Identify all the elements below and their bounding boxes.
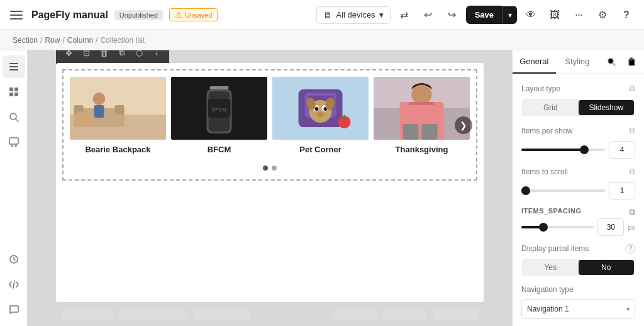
svg-rect-53 <box>630 58 633 60</box>
undo-button[interactable]: ↩ <box>418 5 438 25</box>
desktop-icon: 🖥 <box>323 10 332 20</box>
display-partial-label: Display partial items ? <box>521 244 635 254</box>
carousel-dots <box>70 163 470 173</box>
bottom-placeholder-1 <box>62 310 113 321</box>
svg-point-19 <box>93 93 106 105</box>
items-to-scroll-slider-track[interactable] <box>521 189 605 192</box>
toolbar-component-icon[interactable]: ⊡ <box>79 50 94 60</box>
collection-item: BFCM BFCM <box>171 77 267 157</box>
layout-grid-button[interactable]: Grid <box>523 100 579 115</box>
next-arrow-button[interactable]: ❯ <box>455 116 472 134</box>
items-spacing-field: px <box>521 218 635 236</box>
collection-container: Bearie Backpack <box>62 69 477 181</box>
badge-unpublished[interactable]: Unpublished <box>114 10 163 20</box>
item-title-1: Bearie Backpack <box>70 145 166 157</box>
swap-button[interactable]: ⇄ <box>394 5 414 25</box>
more-button[interactable]: ··· <box>569 5 589 25</box>
navigation-type-select-wrapper: Navigation 1 ▾ <box>521 299 635 319</box>
layout-slideshow-button[interactable]: Slideshow <box>579 100 635 115</box>
dot-1[interactable] <box>263 166 268 171</box>
save-button[interactable]: Save <box>466 6 502 24</box>
items-spacing-label: ITEMS_SPACING ⧉ <box>521 207 635 215</box>
items-to-scroll-label: Items to scroll ⧉ <box>521 166 635 177</box>
navigation-type-select[interactable]: Navigation 1 <box>521 299 635 319</box>
bottom-placeholder-6 <box>433 310 477 321</box>
svg-rect-1 <box>9 66 18 67</box>
sidebar-icon-chat[interactable] <box>3 298 25 321</box>
panel-clipboard-button[interactable] <box>623 53 640 70</box>
svg-rect-18 <box>115 105 125 115</box>
toolbar-move-icon[interactable]: ✥ <box>61 50 76 60</box>
svg-rect-6 <box>14 93 18 96</box>
image-button[interactable]: 🖼 <box>545 5 565 25</box>
left-sidebar <box>0 50 28 326</box>
sidebar-icon-code[interactable] <box>3 273 25 296</box>
toolbar-save-icon[interactable]: ⬡ <box>131 50 147 60</box>
sidebar-icon-blocks[interactable] <box>3 131 25 154</box>
right-panel: General Styling Layout type ⧉ Grid Slide… <box>512 50 644 326</box>
navigation-type-label: Navigation type <box>521 285 635 294</box>
dot-2[interactable] <box>272 166 277 171</box>
svg-rect-11 <box>14 145 17 147</box>
toolbar-back-icon[interactable]: ‹ <box>149 50 164 60</box>
breadcrumb: Section / Row / Column / Collection list <box>0 30 644 50</box>
layout-type-label: Layout type ⧉ <box>521 83 635 94</box>
help-button[interactable]: ? <box>616 5 636 25</box>
display-partial-no-button[interactable]: No <box>579 260 635 275</box>
device-selector[interactable]: 🖥 All devices ▾ <box>316 6 390 24</box>
preview-button[interactable]: 👁 <box>521 5 541 25</box>
items-per-show-field <box>521 141 635 159</box>
product-image-2: BFCM <box>171 77 267 140</box>
svg-point-22 <box>76 111 85 120</box>
element-toolbar: ✥ ⊡ 🗑 ⧉ ⬡ ‹ <box>56 50 169 64</box>
svg-rect-49 <box>422 124 438 140</box>
canvas-content: Bearie Backpack <box>56 63 484 187</box>
items-per-show-slider-track[interactable] <box>521 149 605 151</box>
sidebar-icon-search[interactable] <box>3 106 25 128</box>
save-arrow-button[interactable]: ▾ <box>502 6 517 24</box>
item-title-2: BFCM <box>171 145 267 157</box>
display-partial-yes-button[interactable]: Yes <box>523 260 579 275</box>
topbar-left: PageFly manual Unpublished ⚠ Unsaved <box>8 6 310 24</box>
sidebar-icon-elements[interactable] <box>3 81 25 103</box>
svg-rect-20 <box>94 105 104 118</box>
svg-rect-2 <box>9 69 18 70</box>
breadcrumb-row[interactable]: Row <box>45 36 60 45</box>
svg-line-8 <box>16 119 18 121</box>
panel-tab-actions <box>599 50 644 74</box>
redo-button[interactable]: ↪ <box>442 5 462 25</box>
canvas-frame: Bearie Backpack <box>56 63 484 302</box>
svg-rect-4 <box>14 87 18 91</box>
items-per-show-input[interactable] <box>609 141 635 159</box>
panel-search-button[interactable] <box>602 53 620 70</box>
items-per-show-info-icon: ⧉ <box>629 125 635 136</box>
collection-item: Bearie Backpack <box>70 77 166 157</box>
sidebar-icon-history[interactable] <box>3 248 25 271</box>
item-title-4: Thanksgiving <box>374 145 470 157</box>
svg-rect-48 <box>403 124 419 140</box>
svg-line-51 <box>613 63 616 65</box>
items-to-scroll-input[interactable] <box>609 182 635 200</box>
svg-rect-24 <box>210 86 229 89</box>
badge-unsaved[interactable]: ⚠ Unsaved <box>169 8 218 21</box>
tab-general[interactable]: General <box>513 50 556 74</box>
breadcrumb-column[interactable]: Column <box>67 36 93 45</box>
items-spacing-input[interactable] <box>597 218 624 236</box>
topbar-actions: 🖥 All devices ▾ ⇄ ↩ ↪ Save ▾ 👁 🖼 ··· ⚙ ? <box>316 5 636 25</box>
display-partial-info-icon[interactable]: ? <box>625 244 635 254</box>
svg-line-13 <box>13 281 14 288</box>
svg-rect-47 <box>409 102 435 105</box>
toolbar-delete-icon[interactable]: 🗑 <box>96 50 111 60</box>
sidebar-icon-layers[interactable] <box>3 55 25 78</box>
main: ✥ ⊡ 🗑 ⧉ ⬡ ‹ <box>0 50 644 326</box>
page-title: PageFly manual <box>31 9 108 21</box>
breadcrumb-section[interactable]: Section <box>13 36 38 45</box>
display-partial-group: Yes No <box>521 259 635 276</box>
toolbar-copy-icon[interactable]: ⧉ <box>114 50 129 60</box>
settings-button[interactable]: ⚙ <box>592 5 613 25</box>
svg-rect-10 <box>11 145 13 147</box>
tab-styling[interactable]: Styling <box>556 50 599 74</box>
svg-point-38 <box>317 112 325 117</box>
items-spacing-slider-track[interactable] <box>521 226 594 228</box>
menu-icon[interactable] <box>8 6 25 24</box>
